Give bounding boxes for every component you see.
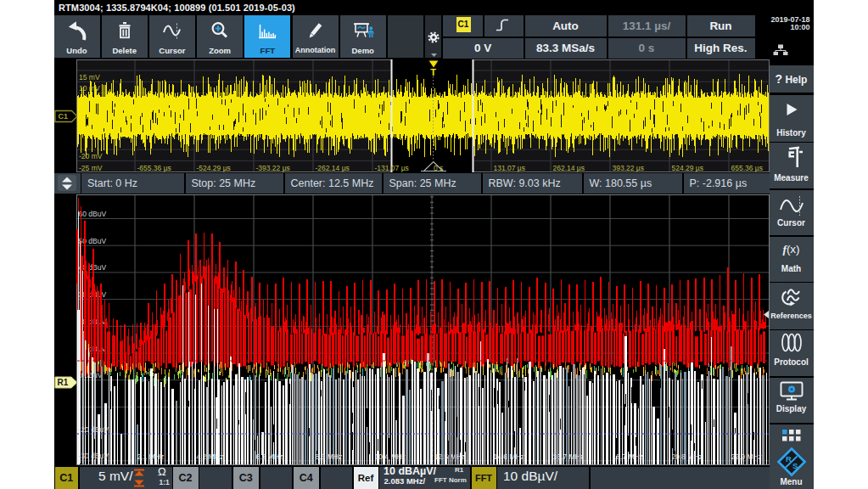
svg-text:-20 dBuV: -20 dBuV xyxy=(79,425,109,434)
svg-text:R1: R1 xyxy=(57,378,68,387)
svg-text:-262.14 µs: -262.14 µs xyxy=(316,164,350,172)
svg-text:10 mV: 10 mV xyxy=(79,84,100,93)
svg-text:0 dBuV: 0 dBuV xyxy=(79,371,103,379)
svg-text:-524.29 µs: -524.29 µs xyxy=(197,164,231,172)
svg-text:10.4 MHz: 10.4 MHz xyxy=(375,452,406,461)
svg-text:4.2 MHz: 4.2 MHz xyxy=(197,452,224,461)
svg-text:-131.07 µs: -131.07 µs xyxy=(375,164,409,172)
svg-text:2.1 MHz: 2.1 MHz xyxy=(137,452,165,461)
svg-text:12.5 MHz: 12.5 MHz xyxy=(434,452,465,461)
svg-text:60 dBuV: 60 dBuV xyxy=(79,210,107,218)
svg-text:15 mV: 15 mV xyxy=(79,73,100,82)
svg-text:0 s: 0 s xyxy=(434,164,443,172)
svg-text:393.22 µs: 393.22 µs xyxy=(613,164,645,172)
svg-text:655.36 µs: 655.36 µs xyxy=(731,164,764,172)
svg-text:20.8 MHz: 20.8 MHz xyxy=(672,452,703,461)
svg-text:22.9 MHz: 22.9 MHz xyxy=(731,452,762,461)
svg-text:262.14 µs: 262.14 µs xyxy=(553,164,585,172)
svg-text:50 dBuV: 50 dBuV xyxy=(79,237,107,245)
svg-text:-25 mV: -25 mV xyxy=(79,164,103,172)
svg-text:14.6 MHz: 14.6 MHz xyxy=(494,452,524,461)
svg-text:-655.36 µs: -655.36 µs xyxy=(137,164,171,172)
svg-text:-393.22 µs: -393.22 µs xyxy=(256,164,290,172)
svg-text:-30 dBuV: -30 dBuV xyxy=(79,452,109,460)
svg-text:C1: C1 xyxy=(58,112,68,121)
svg-text:-20 mV: -20 mV xyxy=(79,152,103,160)
svg-text:18.7 MHz: 18.7 MHz xyxy=(613,452,643,461)
svg-text:S: S xyxy=(792,461,798,470)
svg-text:8.3 MHz: 8.3 MHz xyxy=(316,452,343,461)
svg-text:6.2 MHz: 6.2 MHz xyxy=(256,452,283,461)
svg-text:T: T xyxy=(430,67,436,77)
svg-text:16.7 MHz: 16.7 MHz xyxy=(553,452,584,461)
svg-text:524.29 µs: 524.29 µs xyxy=(672,164,704,172)
svg-text:131.07 µs: 131.07 µs xyxy=(494,164,526,172)
